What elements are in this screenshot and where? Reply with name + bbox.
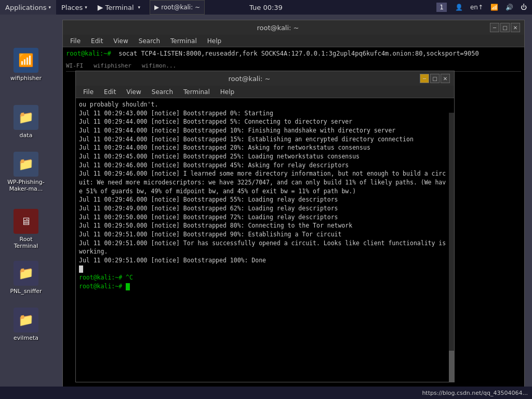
wifi-tab-wifi[interactable]: WI-FI [66,62,83,69]
desktop-icon-wifiphisher[interactable]: 📶 wifiphisher [5,46,47,84]
places-label: Places [61,4,83,11]
wifiphisher-icon: 📶 [14,48,38,73]
overlay-prompt-ctrl-c: root@kali:~# ^C [79,274,133,281]
evilmeta-icon-glyph: 📁 [18,313,34,327]
menu-terminal[interactable]: Terminal [165,35,202,47]
wifiphisher-label: wifiphisher [10,75,42,82]
overlay-menu-view[interactable]: View [121,86,146,98]
menu-edit[interactable]: Edit [86,35,108,47]
overlay-menu-terminal[interactable]: Terminal [178,86,215,98]
data-icon-glyph: 📁 [18,110,34,125]
main-prompt: root@kali:~# [66,50,111,57]
main-maximize-btn[interactable]: □ [500,23,510,32]
root-terminal-label: Root Terminal [7,236,45,249]
power-icon: ⏻ [521,4,527,11]
menu-help[interactable]: Help [202,35,227,47]
wifi-btn[interactable]: 📶 [487,0,501,15]
wifi-tabs-area: WI-FI wifiphisher wifimon... [66,60,521,72]
status-url: https://blog.csdn.net/qq_43504064... [422,390,528,396]
wp-phishing-icon: 📁 [14,152,38,177]
applications-menu[interactable]: Applications ▾ [0,0,56,15]
desktop-icon-data[interactable]: 📁 data [5,103,47,141]
data-icon: 📁 [14,105,38,130]
main-close-btn[interactable]: ✕ [511,23,520,32]
language-label: en↑ [470,4,483,11]
volume-icon: 🔊 [506,4,513,11]
main-command-line: root@kali:~# root@kali:~# socat TCP4-LIS… [66,49,521,58]
overlay-menu-file[interactable]: File [78,86,99,98]
scrollbar-track[interactable] [449,113,454,382]
overlay-terminal-content[interactable]: ou probably shouldn't. Jul 11 00:29:43.0… [76,98,454,382]
desktop: 📶 wifiphisher 📁 data 📁 WP-Phishing-Maker… [0,15,532,399]
terminal-icon: ▶ [98,3,103,11]
overlay-menu-edit[interactable]: Edit [99,86,121,98]
terminal-task-icon: ▶ [154,4,159,11]
applications-arrow-icon: ▾ [48,5,51,10]
main-cmd-display: socat TCP4-LISTEN:8000,reuseaddr,fork SO… [115,50,479,57]
evilmeta-icon: 📁 [14,308,38,332]
user-icon: 👤 [455,4,463,11]
taskbar: Applications ▾ Places ▾ ▶ Terminal ▾ ▶ r… [0,0,532,15]
workspace-indicator[interactable]: 1 [432,0,451,15]
wp-icon-glyph: 📁 [18,157,34,171]
main-terminal-titlebar: root@kali: ~ ─ □ ✕ [63,20,524,35]
scrollbar-thumb[interactable] [449,351,454,382]
terminal-overlay-window: root@kali: ~ ─ □ ✕ File Edit View Search… [75,71,455,382]
wp-phishing-label: WP-Phishing-Maker-ma... [7,179,45,192]
terminal-menu-btn[interactable]: ▶ Terminal ▾ [92,0,145,15]
overlay-titlebar: root@kali: ~ ─ □ ✕ [76,71,454,86]
wifi-tab-wifimon[interactable]: wifimon... [142,62,176,69]
menu-view[interactable]: View [108,35,133,47]
terminal-taskbar-button[interactable]: ▶ root@kali: ~ [150,0,205,15]
user-icon-btn[interactable]: 👤 [452,0,466,15]
main-minimize-btn[interactable]: ─ [490,23,499,32]
overlay-title: root@kali: ~ [80,75,419,83]
overlay-prompt-last: root@kali:~# [79,283,126,290]
pnl-sniffer-icon: 📁 [14,261,38,286]
overlay-maximize-btn[interactable]: □ [430,74,440,83]
desktop-icon-wp-phishing[interactable]: 📁 WP-Phishing-Maker-ma... [5,150,47,194]
places-menu[interactable]: Places ▾ [56,0,92,15]
places-arrow-icon: ▾ [85,5,87,10]
cursor-prompt [126,283,130,290]
cursor-block [79,265,83,273]
volume-btn[interactable]: 🔊 [502,0,516,15]
terminal-arrow-icon: ▾ [138,5,141,10]
wifi-icon: 📶 [490,4,498,11]
overlay-content-text: ou probably shouldn't. Jul 11 00:29:43.0… [79,100,447,291]
wifi-tab-wifiphisher[interactable]: wifiphisher [94,62,131,69]
pnl-icon-glyph: 📁 [18,266,34,281]
statusbar: https://blog.csdn.net/qq_43504064... [0,387,532,399]
overlay-close-btn[interactable]: ✕ [441,74,450,83]
desktop-icon-pnl-sniffer[interactable]: 📁 PNL_sniffer [5,259,47,297]
data-label: data [20,132,33,139]
menu-file[interactable]: File [65,35,86,47]
wifiphisher-icon-glyph: 📶 [18,53,34,68]
clock-text: Tue 00:39 [249,4,283,11]
main-terminal-title: root@kali: ~ [67,24,489,32]
pnl-sniffer-label: PNL_sniffer [10,288,42,295]
overlay-menu-search[interactable]: Search [147,86,178,98]
terminal-task-label: root@kali: ~ [161,4,200,11]
root-terminal-icon: 🖥 [14,209,38,234]
menu-search[interactable]: Search [134,35,165,47]
overlay-minimize-btn[interactable]: ─ [420,74,429,83]
terminal-label: Terminal [105,4,134,11]
clock: Tue 00:39 [249,4,283,11]
language-btn[interactable]: en↑ [467,0,486,15]
workspace-number: 1 [436,3,447,12]
power-btn[interactable]: ⏻ [517,0,530,15]
overlay-menu-help[interactable]: Help [215,86,240,98]
main-terminal-menu: File Edit View Search Terminal Help [63,35,524,47]
desktop-icon-root-terminal[interactable]: 🖥 Root Terminal [5,207,47,251]
overlay-terminal-menu: File Edit View Search Terminal Help [76,86,454,98]
root-terminal-glyph: 🖥 [21,215,31,228]
applications-label: Applications [5,4,46,11]
evilmeta-label: evilmeta [14,335,38,341]
desktop-icon-evilmeta[interactable]: 📁 evilmeta [5,305,47,343]
